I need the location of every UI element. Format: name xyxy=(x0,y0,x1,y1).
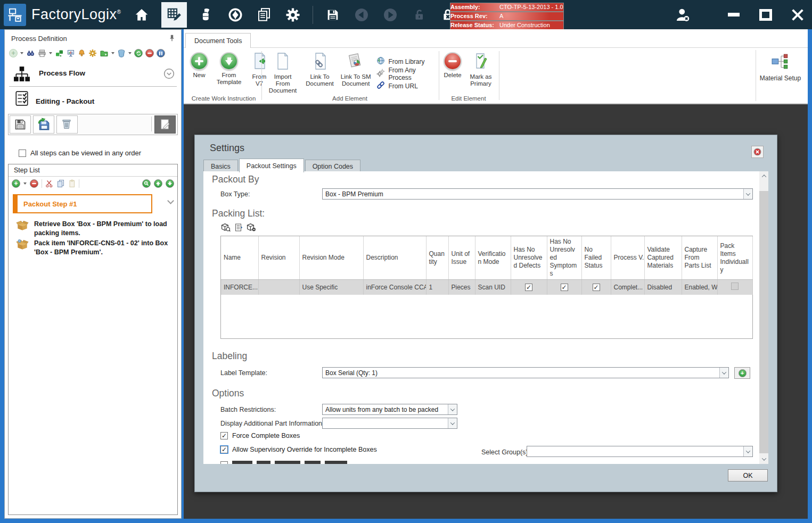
batch-restrictions-dropdown[interactable]: Allow units from any batch to be packed xyxy=(322,404,457,415)
import-floppy-button[interactable] xyxy=(33,115,54,134)
list-icon[interactable] xyxy=(233,222,243,232)
bucket-caret-icon[interactable] xyxy=(128,52,132,54)
chevron-down-icon[interactable] xyxy=(167,197,174,204)
column-header[interactable]: Verification Mode xyxy=(475,236,511,280)
user-signout-icon[interactable] xyxy=(674,4,692,26)
from-any-process-button[interactable]: From Any Process xyxy=(376,68,433,80)
tab-basics[interactable]: Basics xyxy=(203,160,238,172)
tab-document-tools[interactable]: Document Tools xyxy=(185,33,251,48)
column-header[interactable]: Name xyxy=(221,236,258,280)
column-header[interactable]: Has No Unresolved Symptoms xyxy=(547,236,581,280)
documents-icon[interactable] xyxy=(255,4,273,26)
release-icon[interactable] xyxy=(198,4,216,26)
gear-icon[interactable] xyxy=(88,49,97,57)
tab-packout-settings[interactable]: Packout Settings xyxy=(239,159,304,172)
cut-icon[interactable] xyxy=(45,179,53,188)
from-template-button[interactable]: From Template xyxy=(214,52,244,86)
column-header[interactable]: Pack Items Individually xyxy=(717,236,752,280)
folder-icon[interactable] xyxy=(100,49,109,57)
bucket-icon[interactable] xyxy=(117,49,126,57)
tab-option-codes[interactable]: Option Codes xyxy=(305,160,360,172)
bell-icon[interactable] xyxy=(78,49,86,57)
edit-mode-button[interactable] xyxy=(154,115,176,134)
exchange-icon[interactable] xyxy=(55,49,64,57)
print-caret-icon[interactable] xyxy=(49,52,52,54)
table-row[interactable]: INFORCE... Use Specific inForce Console … xyxy=(221,280,752,295)
paste-icon[interactable] xyxy=(68,179,76,188)
step-add-caret-icon[interactable] xyxy=(23,182,27,185)
step-remove-icon[interactable] xyxy=(30,179,38,188)
dialog-scrollbar[interactable] xyxy=(759,171,768,464)
box-search-icon[interactable] xyxy=(220,222,231,232)
column-header[interactable]: Revision Mode xyxy=(299,236,363,280)
scroll-up-icon[interactable] xyxy=(759,171,768,181)
step-item-header[interactable]: Packout Step #1 xyxy=(13,194,152,213)
column-header[interactable]: Revision xyxy=(258,236,299,280)
collapse-icon[interactable] xyxy=(163,68,175,81)
home-icon[interactable] xyxy=(133,4,151,26)
link-to-document-button[interactable]: Link To Document xyxy=(305,52,335,87)
move-down-icon[interactable] xyxy=(166,179,174,188)
move-up-icon[interactable] xyxy=(154,179,162,188)
scroll-down-icon[interactable] xyxy=(759,454,768,464)
select-groups-dropdown[interactable] xyxy=(527,446,753,457)
delete-element-button[interactable]: Delete xyxy=(444,52,462,79)
add-caret-icon[interactable] xyxy=(20,52,23,54)
mark-as-primary-button[interactable]: Mark as Primary xyxy=(467,52,495,87)
remove-icon[interactable] xyxy=(145,49,154,57)
scrollbar-thumb[interactable] xyxy=(759,191,768,453)
column-header[interactable]: Unit of Issue xyxy=(448,236,475,280)
process-flow-row[interactable]: Process Flow xyxy=(5,62,181,85)
box-type-dropdown[interactable]: Box - BPM Premium xyxy=(322,188,753,200)
find-icon[interactable] xyxy=(26,49,35,57)
display-additional-dropdown[interactable] xyxy=(322,418,457,429)
label-template-dropdown[interactable]: Box Serial (Qty: 1) xyxy=(322,367,729,378)
settings-gear-icon[interactable] xyxy=(284,4,302,26)
add-icon[interactable]: + xyxy=(9,49,18,57)
step-add-icon[interactable]: + xyxy=(12,179,20,188)
column-header[interactable]: Has No Unresolved Defects xyxy=(511,236,547,280)
trash-button[interactable] xyxy=(56,115,78,134)
column-header[interactable]: Process V... xyxy=(611,236,644,280)
save-icon[interactable] xyxy=(324,4,342,26)
minimize-button[interactable] xyxy=(725,6,743,24)
back-icon[interactable] xyxy=(352,4,371,26)
checkbox[interactable]: ✓ xyxy=(525,284,532,291)
column-header[interactable]: Validate Captured Materials xyxy=(644,236,682,280)
unlock-icon[interactable] xyxy=(410,4,428,26)
presentation-icon[interactable] xyxy=(67,49,75,57)
supervisory-override-checkbox[interactable]: ✓ xyxy=(220,446,228,453)
print-icon[interactable] xyxy=(38,49,46,57)
new-work-instruction-button[interactable]: New xyxy=(190,52,208,79)
column-header[interactable]: Description xyxy=(363,236,426,280)
list-item[interactable]: Pack item 'INFORCE-CNS-01 - 02' into Box… xyxy=(16,239,173,257)
checkbox[interactable]: ✓ xyxy=(593,284,600,291)
close-button[interactable] xyxy=(789,6,807,24)
sync-icon[interactable] xyxy=(226,4,244,26)
folder-caret-icon[interactable] xyxy=(111,52,114,54)
dialog-close-button[interactable] xyxy=(751,146,764,158)
checkbox[interactable]: ✓ xyxy=(561,284,568,291)
refresh-icon[interactable] xyxy=(134,49,143,57)
material-setup-button[interactable]: Material Setup xyxy=(756,50,805,101)
box-remove-icon[interactable] xyxy=(246,222,256,232)
column-header[interactable]: No Failed Status xyxy=(581,236,611,280)
column-header[interactable]: Quantity xyxy=(426,236,448,280)
list-item[interactable]: Retrieve Box 'Box - BPM Premium' to load… xyxy=(16,220,173,238)
import-from-document-button[interactable]: Import From Document xyxy=(266,52,299,94)
any-order-checkbox[interactable] xyxy=(19,150,26,157)
checkbox[interactable] xyxy=(731,283,739,290)
pause-icon[interactable] xyxy=(157,49,165,57)
from-url-button[interactable]: From URL xyxy=(376,80,433,92)
save-floppy-button[interactable] xyxy=(10,115,31,134)
force-complete-checkbox[interactable]: ✓ xyxy=(220,432,228,439)
zoom-add-icon[interactable] xyxy=(142,179,151,188)
ok-button[interactable]: OK xyxy=(728,469,768,482)
maximize-button[interactable] xyxy=(757,6,775,24)
column-header[interactable]: Capture From Parts List xyxy=(682,236,717,280)
link-to-sm-document-button[interactable]: Link To SM Document xyxy=(340,52,372,87)
pin-icon[interactable] xyxy=(168,34,176,44)
copy-icon[interactable] xyxy=(56,179,65,188)
forward-icon[interactable] xyxy=(381,4,399,26)
add-label-template-button[interactable]: + xyxy=(734,367,750,379)
